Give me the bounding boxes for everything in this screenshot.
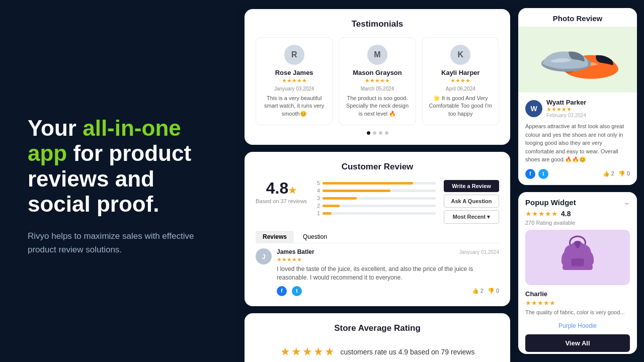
center-section: Testimonials R Rose James ★★★★★ Janyuary…: [236, 0, 518, 362]
hero-section: Your all-in-one app for product reviews …: [0, 0, 236, 362]
reviewer-avatar-j: J: [256, 248, 272, 264]
bar-row-3: 3: [315, 195, 436, 201]
store-avg-content: ★★★★★ customers rate us 4.9 based on 79 …: [256, 341, 499, 362]
hero-subtitle: Rivyo helps to maximize sales with effec…: [28, 229, 199, 256]
twitter-icon[interactable]: t: [292, 286, 302, 296]
store-avg-card: Store Average Rating ★★★★★ customers rat…: [245, 313, 510, 362]
bar-track-5: [323, 182, 436, 185]
shoe-image-area: [518, 27, 637, 93]
avatar-k: K: [450, 45, 470, 65]
stars-0: ★★★★★: [261, 77, 327, 84]
review-content: James Batler Janyuary 01,2024 ★★★★★ I lo…: [277, 248, 499, 296]
dislike-count: 👎 0: [488, 288, 499, 294]
popup-stars: ★★★★★: [525, 210, 558, 218]
rating-bars: 5 4 3 2 1: [315, 180, 436, 224]
review-stars-small: ★★★★★: [277, 256, 499, 263]
reviewer-name-0: Rose James: [261, 69, 327, 76]
photo-like-count: 👍 2: [603, 170, 614, 177]
photo-review-card: Photo Review: [518, 8, 637, 185]
avatar-r: R: [284, 45, 304, 65]
bar-track-1: [323, 212, 436, 215]
testimonials-grid: R Rose James ★★★★★ Janyuary 03,2024 This…: [256, 37, 499, 125]
social-like-row: f t 👍 2 👎 0: [277, 286, 499, 296]
photo-dislike-count: 👎 0: [618, 170, 630, 177]
rating-summary: 4.8★ Based on 37 reviews: [256, 180, 307, 224]
dot-4[interactable]: [385, 131, 388, 135]
bar-label-2: 2: [315, 203, 320, 209]
big-rating: 4.8★: [266, 180, 296, 196]
testimonial-item-2: K Kayli Harper ★★★★ April 06,2024 🌟 It i…: [422, 37, 499, 125]
right-section: Photo Review: [518, 0, 644, 362]
popup-rating-num: 4.8: [561, 210, 571, 218]
popup-header: Popup Widget ⌄: [518, 192, 637, 209]
bar-fill-4: [323, 190, 390, 192]
date-1: March 05,2024: [344, 86, 410, 92]
customer-review-title: Customer Review: [256, 162, 499, 172]
hoodie-image-area: [525, 230, 630, 285]
reviewer-info-right: Wyatt Parker ★★★★★ February 03,2024: [546, 99, 586, 118]
bar-label-3: 3: [315, 195, 320, 201]
bar-fill-2: [323, 205, 340, 207]
text-1: The product is soo good. Specially the n…: [344, 95, 410, 118]
photo-review-body: W Wyatt Parker ★★★★★ February 03,2024 Ap…: [518, 93, 637, 185]
dot-1[interactable]: [367, 131, 370, 135]
text-0: This is a very beautiful smart watch, it…: [261, 95, 327, 118]
photo-like-dislike: 👍 2 👎 0: [603, 170, 630, 177]
bar-track-3: [323, 197, 436, 200]
product-name: Charlie: [518, 290, 637, 299]
wyatt-date: February 03,2024: [546, 113, 586, 118]
ask-question-button[interactable]: Ask A Question: [444, 195, 499, 208]
store-avg-text: customers rate us 4.9 based on 79 review…: [341, 348, 475, 356]
stars-2: ★★★★: [428, 77, 494, 84]
bar-fill-1: [323, 212, 332, 215]
wyatt-name: Wyatt Parker: [546, 99, 586, 106]
dot-3[interactable]: [379, 131, 382, 135]
dot-2[interactable]: [373, 131, 376, 135]
review-entry: J James Batler Janyuary 01,2024 ★★★★★ I …: [256, 248, 499, 296]
most-recent-button[interactable]: Most Recent ▾: [444, 210, 499, 224]
review-text-small: I loved the taste of the juice, its exce…: [277, 265, 499, 282]
hoodie-image: [560, 235, 595, 280]
purple-hoodie-link[interactable]: Purple Hoodie: [518, 320, 637, 331]
popup-rating-row: ★★★★★ 4.8: [518, 209, 637, 220]
bar-row-1: 1: [315, 210, 436, 216]
review-date-small: Janyuary 01,2024: [459, 249, 499, 255]
reviewer-name-1: Mason Grayson: [344, 69, 410, 76]
text-2: 🌟 It is good And Very Comfortable Too go…: [428, 95, 494, 118]
popup-reviews-count: 270 Rating available: [518, 220, 637, 230]
reviewer-row: W Wyatt Parker ★★★★★ February 03,2024: [525, 99, 630, 118]
date-2: April 06,2024: [428, 86, 494, 92]
tab-question[interactable]: Question: [296, 231, 334, 243]
bar-row-5: 5: [315, 180, 436, 186]
chevron-down-icon[interactable]: ⌄: [624, 198, 630, 206]
bar-label-5: 5: [315, 180, 320, 186]
bar-fill-3: [323, 197, 356, 200]
bar-label-1: 1: [315, 210, 320, 216]
view-all-button[interactable]: View All: [525, 334, 630, 352]
customer-review-card: Customer Review 4.8★ Based on 37 reviews…: [245, 152, 510, 306]
bar-row-2: 2: [315, 203, 436, 209]
reviewer-name-small: James Batler: [277, 248, 314, 255]
reviewer-name-2: Kayli Harper: [428, 69, 494, 76]
like-dislike: 👍 2 👎 0: [472, 288, 499, 294]
facebook-icon[interactable]: f: [277, 286, 287, 296]
photo-twitter-icon[interactable]: t: [538, 169, 548, 179]
tab-reviews[interactable]: Reviews: [256, 231, 294, 243]
photo-review-text: Appears attractive at first look also gr…: [525, 122, 630, 164]
testimonial-item-1: M Mason Grayson ★★★★★ March 05,2024 The …: [339, 37, 416, 125]
avatar-m: M: [367, 45, 387, 65]
bar-fill-5: [323, 182, 413, 185]
based-on: Based on 37 reviews: [256, 198, 307, 204]
store-avg-stars: ★★★★★: [280, 345, 336, 358]
popup-title: Popup Widget: [525, 198, 576, 207]
photo-facebook-icon[interactable]: f: [525, 169, 535, 179]
popup-widget-card: Popup Widget ⌄ ★★★★★ 4.8 270 Rating avai…: [518, 192, 637, 354]
review-tabs: Reviews Question: [256, 231, 499, 243]
like-count: 👍 2: [472, 288, 484, 294]
write-review-button[interactable]: Write a Review: [444, 180, 499, 192]
review-body: 4.8★ Based on 37 reviews 5 4 3: [256, 180, 499, 224]
wyatt-stars: ★★★★★: [546, 106, 586, 113]
bar-label-4: 4: [315, 188, 320, 194]
testimonials-card: Testimonials R Rose James ★★★★★ Janyuary…: [245, 9, 510, 145]
reviewer-header: James Batler Janyuary 01,2024: [277, 248, 499, 255]
